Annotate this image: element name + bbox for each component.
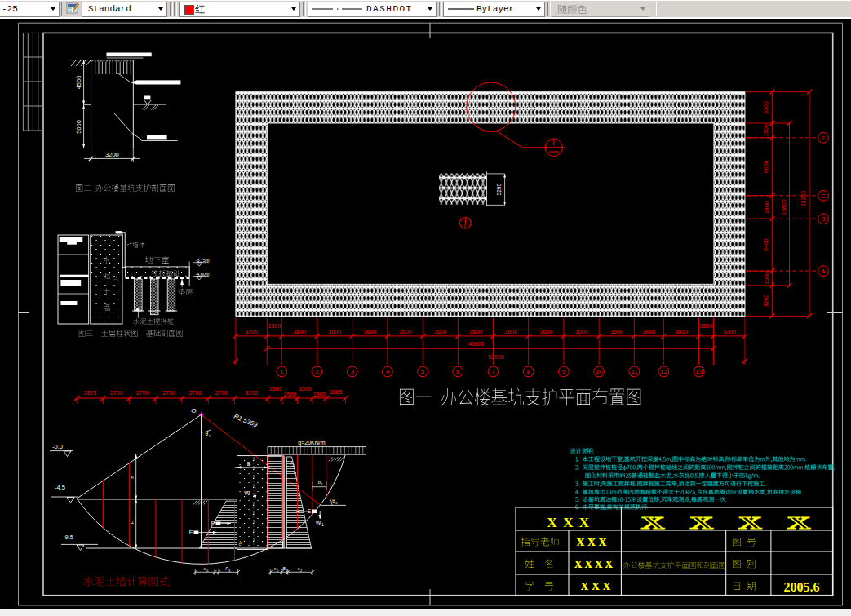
svg-text:h: h — [130, 476, 135, 478]
svg-text:3000: 3000 — [643, 329, 656, 335]
svg-text:3600: 3600 — [434, 329, 447, 335]
svg-text:7: 7 — [491, 368, 495, 375]
svg-text:3200: 3200 — [245, 329, 258, 335]
svg-text:2400: 2400 — [764, 201, 769, 214]
svg-text:E: E — [821, 135, 825, 142]
svg-text:3600: 3600 — [469, 329, 482, 335]
svg-text:3600: 3600 — [575, 329, 588, 335]
svg-text:4500: 4500 — [75, 76, 82, 90]
svg-text:4: 4 — [386, 368, 390, 375]
svg-text:X: X — [641, 512, 665, 533]
svg-text:2: 2 — [335, 501, 338, 505]
svg-text:1500: 1500 — [764, 272, 769, 285]
svg-text:3600: 3600 — [610, 329, 623, 335]
svg-text:1500: 1500 — [764, 124, 769, 137]
svg-text:2: 2 — [315, 368, 319, 375]
svg-text:A: A — [238, 540, 242, 546]
svg-text:16800: 16800 — [781, 199, 787, 215]
svg-text:1: 1 — [280, 368, 284, 375]
svg-text:1: 1 — [321, 482, 323, 486]
svg-text:3200: 3200 — [723, 329, 736, 335]
svg-text:0: 0 — [292, 463, 295, 468]
svg-text:H: H — [130, 521, 135, 524]
svg-text:3200: 3200 — [245, 390, 258, 396]
svg-text:-4.5: -4.5 — [55, 484, 65, 491]
svg-text:3: 3 — [228, 569, 231, 573]
svg-text:1865: 1865 — [330, 389, 343, 395]
svg-text:23200: 23200 — [800, 191, 806, 207]
svg-text:1500: 1500 — [700, 323, 713, 329]
svg-text:1500: 1500 — [268, 386, 281, 392]
svg-text:O: O — [191, 407, 196, 414]
svg-text:q=20KN/m: q=20KN/m — [298, 440, 325, 446]
svg-text:XXX: XXX — [547, 514, 595, 530]
svg-text:X: X — [738, 512, 762, 533]
svg-text:xxxx: xxxx — [574, 554, 615, 571]
svg-text:3: 3 — [350, 368, 354, 375]
svg-text:13: 13 — [695, 368, 703, 375]
svg-text:B: B — [821, 215, 825, 223]
svg-text:X: X — [689, 512, 713, 533]
svg-text:9: 9 — [562, 368, 566, 375]
svg-text:3600: 3600 — [675, 329, 688, 335]
svg-text:3200: 3200 — [764, 101, 769, 114]
svg-text:1: 1 — [209, 434, 211, 438]
svg-text:2005.6: 2005.6 — [784, 580, 820, 594]
svg-text:2700: 2700 — [110, 390, 123, 396]
svg-text:52000: 52000 — [488, 354, 504, 360]
svg-text:3600: 3600 — [328, 329, 341, 335]
svg-text:3600: 3600 — [293, 329, 306, 335]
svg-text:E: E — [308, 508, 312, 514]
svg-text:3200: 3200 — [105, 151, 119, 158]
svg-text:X: X — [787, 512, 811, 533]
svg-text:E: E — [211, 521, 215, 526]
svg-text:0: 0 — [206, 569, 209, 573]
svg-text:-9.5: -9.5 — [63, 534, 73, 541]
svg-text:0: 0 — [277, 569, 279, 573]
svg-text:E: E — [189, 530, 193, 535]
svg-text:1500: 1500 — [313, 392, 326, 397]
svg-text:-3.75m: -3.75m — [195, 258, 210, 263]
svg-text:R1.5359: R1.5359 — [233, 413, 259, 429]
svg-text:W: W — [244, 490, 250, 497]
svg-text:3200: 3200 — [496, 184, 502, 196]
svg-text:xxx: xxx — [581, 576, 614, 593]
svg-text:6: 6 — [456, 368, 460, 375]
svg-text:11: 11 — [631, 368, 638, 375]
svg-text:10: 10 — [596, 368, 603, 375]
svg-text:1500: 1500 — [284, 392, 297, 397]
svg-text:2700: 2700 — [162, 390, 175, 396]
svg-text:2700: 2700 — [215, 390, 228, 396]
svg-text:1500: 1500 — [268, 323, 281, 329]
svg-text:W: W — [316, 520, 321, 525]
svg-text:3600: 3600 — [540, 329, 553, 335]
svg-text:-0.0: -0.0 — [52, 443, 63, 450]
svg-text:1500: 1500 — [299, 386, 312, 392]
svg-text:3600: 3600 — [364, 329, 377, 335]
svg-text:xxx: xxx — [577, 532, 610, 549]
svg-text:2700: 2700 — [188, 390, 202, 396]
svg-text:5000: 5000 — [75, 120, 82, 134]
svg-text:3600: 3600 — [399, 329, 412, 335]
svg-text:6000: 6000 — [764, 160, 769, 173]
svg-text:3600: 3600 — [504, 329, 517, 335]
svg-text:5400: 5400 — [764, 238, 769, 251]
svg-text:B: B — [247, 461, 251, 467]
svg-text:-4.60m: -4.60m — [195, 272, 210, 277]
svg-text:5: 5 — [421, 368, 425, 375]
svg-text:3200: 3200 — [764, 295, 769, 308]
svg-text:2873: 2873 — [84, 390, 97, 396]
svg-text:8: 8 — [526, 368, 530, 375]
svg-text:45600: 45600 — [468, 341, 485, 347]
svg-text:2700: 2700 — [136, 390, 149, 396]
svg-text:A: A — [821, 268, 826, 275]
svg-text:2: 2 — [300, 569, 303, 573]
svg-text:12: 12 — [660, 368, 667, 375]
svg-text:1: 1 — [321, 523, 324, 527]
svg-text:C: C — [821, 193, 826, 200]
